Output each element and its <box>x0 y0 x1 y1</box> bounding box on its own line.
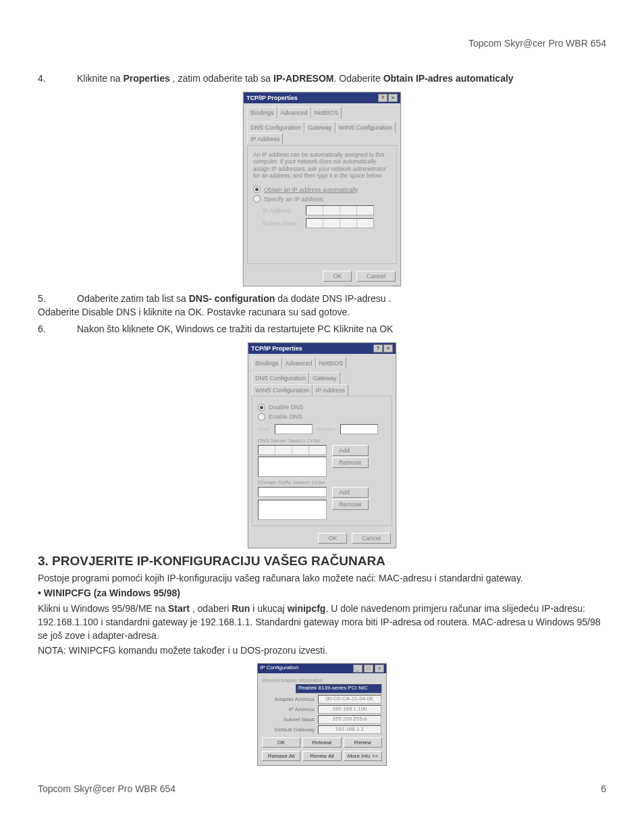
input-suffix-entry[interactable] <box>258 487 327 497</box>
titlebar: TCP/IP Properties ? × <box>244 93 400 103</box>
step-4-post: . Odaberite <box>334 73 383 84</box>
dialog-title-2: TCP/IP Properties <box>251 345 302 352</box>
label-ip: IP Address: <box>263 207 302 214</box>
value-ip-address: 192.168.1.100 <box>318 705 381 714</box>
tab-gateway[interactable]: Gateway <box>309 372 340 384</box>
help-icon[interactable]: ? <box>373 344 383 353</box>
remove-dns-button[interactable]: Remove <box>332 457 369 468</box>
section-3-bullet: • WINIPCFG (za Windows 95/98) <box>38 586 606 600</box>
p2-c: i ukucaj <box>250 603 287 614</box>
step-5-pre: Odaberite zatim tab list sa <box>77 293 189 304</box>
help-icon[interactable]: ? <box>378 94 387 102</box>
radio-disable-label: Disable DNS <box>269 404 304 411</box>
release-all-button[interactable]: Release All <box>262 751 300 761</box>
footer-product: Topcom Skyr@cer Pro WBR 654 <box>38 783 176 794</box>
label-domain: Domain: <box>317 426 337 432</box>
step-5-text: Odaberite zatim tab list sa DNS- configu… <box>77 292 606 305</box>
renew-all-button[interactable]: Renew All <box>302 751 341 761</box>
page-footer: Topcom Skyr@cer Pro WBR 654 6 <box>38 783 606 794</box>
step-5-continuation: Odaberite Disable DNS i kliknite na OK. … <box>38 305 606 319</box>
dialog-description: An IP address can be automatically assig… <box>253 151 391 179</box>
label-ip-address: IP Address <box>262 706 318 712</box>
step-4-bold-properties: Properties <box>123 73 169 84</box>
p2-b: , odaberi <box>190 603 232 614</box>
close-icon[interactable]: × <box>388 94 398 102</box>
step-6-number: 6. <box>38 322 77 336</box>
radio-specify-ip[interactable] <box>253 195 261 203</box>
product-name: Topcom Skyr@cer Pro WBR 654 <box>468 38 606 49</box>
value-default-gateway: 192.168.1.1 <box>318 725 381 734</box>
tab-advanced[interactable]: Advanced <box>277 107 311 118</box>
list-suffixes[interactable] <box>258 500 327 520</box>
input-subnet-mask[interactable] <box>306 218 374 228</box>
label-mask: Subnet Mask: <box>263 220 302 227</box>
list-dns-servers[interactable] <box>258 457 327 477</box>
cancel-button[interactable]: Cancel <box>352 533 391 544</box>
step-4-pre: Kliknite na <box>77 73 123 84</box>
p2-bold-run: Run <box>232 603 250 614</box>
input-dns-entry[interactable] <box>258 445 327 455</box>
maximize-icon[interactable]: □ <box>364 664 373 673</box>
p2-a: Klikni u Windows 95/98/ME na <box>38 603 168 614</box>
p2-bold-winipcfg: winipcfg <box>288 603 326 614</box>
section-3-title: 3. PROVJERITE IP-KONFIGURACIJU VAŠEG RAČ… <box>38 554 606 569</box>
titlebar-2: TCP/IP Properties ? × <box>248 343 396 354</box>
ipcfg-title: IP Configuration <box>260 664 298 673</box>
label-adapter-address: Adapter Address <box>262 696 318 702</box>
section-3-nota: NOTA: WINIPCFG komandu možete također i … <box>38 644 606 657</box>
renew-button[interactable]: Renew <box>344 737 382 748</box>
tcpip-dialog-dns: TCP/IP Properties ? × Bindings Advanced … <box>248 342 396 548</box>
step-5-bold-dns: DNS- configuration <box>189 293 275 304</box>
tab-wins[interactable]: WINS Configuration <box>252 384 313 396</box>
ipcfg-titlebar: IP Configuration _ □ × <box>258 664 386 673</box>
release-button[interactable]: Release <box>302 737 341 748</box>
tab-advanced[interactable]: Advanced <box>282 357 316 369</box>
dialog-tabs: Bindings Advanced NetBIOS <box>247 107 397 118</box>
minimize-icon[interactable]: _ <box>353 664 363 673</box>
tab-bindings[interactable]: Bindings <box>247 107 277 118</box>
tab-wins[interactable]: WINS Configuration <box>336 122 396 133</box>
close-icon[interactable]: × <box>375 664 384 673</box>
radio-obtain-ip[interactable] <box>253 186 261 193</box>
page-header: Topcom Skyr@cer Pro WBR 654 <box>38 38 606 49</box>
remove-suffix-button[interactable]: Remove <box>332 499 369 510</box>
step-5-number: 5. <box>38 292 77 305</box>
tab-netbios[interactable]: NetBIOS <box>316 357 347 369</box>
input-ip-address[interactable] <box>306 205 374 215</box>
section-3-p2: Klikni u Windows 95/98/ME na Start , oda… <box>38 602 606 643</box>
add-suffix-button[interactable]: Add <box>332 487 369 498</box>
label-default-gateway: Default Gateway <box>262 727 318 733</box>
tcpip-dialog-ip: TCP/IP Properties ? × Bindings Advanced … <box>243 92 401 286</box>
radio-enable-dns[interactable] <box>258 413 265 421</box>
tab-dns[interactable]: DNS Configuration <box>252 372 309 384</box>
add-dns-button[interactable]: Add <box>332 445 369 456</box>
step-4-text: Kliknite na Properties , zatim odaberite… <box>77 72 606 85</box>
tab-gateway[interactable]: Gateway <box>304 122 336 133</box>
input-domain[interactable] <box>340 424 378 434</box>
tab-netbios[interactable]: NetBIOS <box>311 107 342 118</box>
adapter-select[interactable]: Realtek 8139-series PCI NIC <box>296 684 382 694</box>
ipconfig-window: IP Configuration _ □ × Ethernet Adapter … <box>257 663 387 766</box>
close-icon[interactable]: × <box>383 344 393 353</box>
label-subnet-mask: Subnet Mask <box>262 716 318 723</box>
ok-button[interactable]: OK <box>318 533 347 544</box>
step-4-number: 4. <box>38 72 77 85</box>
value-subnet-mask: 255.255.255.0 <box>318 715 381 724</box>
tab-dns[interactable]: DNS Configuration <box>247 122 304 133</box>
footer-page-number: 6 <box>601 783 606 794</box>
tab-bindings[interactable]: Bindings <box>252 357 282 369</box>
more-info-button[interactable]: More Info >> <box>344 751 382 761</box>
radio-specify-label: Specify an IP address: <box>264 196 325 203</box>
tab-ipaddress[interactable]: IP Address <box>247 133 283 145</box>
radio-obtain-label: Obtain an IP address automatically <box>264 186 358 193</box>
radio-disable-dns[interactable] <box>258 404 265 411</box>
input-host[interactable] <box>275 424 313 434</box>
label-suffix-order: Domain Suffix Search Order <box>258 479 386 486</box>
dialog-title: TCP/IP Properties <box>246 95 298 101</box>
ok-button[interactable]: OK <box>262 737 300 748</box>
cancel-button[interactable]: Cancel <box>356 271 396 282</box>
radio-enable-label: Enable DNS <box>269 413 302 420</box>
ok-button[interactable]: OK <box>323 271 352 282</box>
step-4-bold-obtain: Obtain IP-adres automaticaly <box>383 73 514 84</box>
tab-ipaddress[interactable]: IP Address <box>313 384 348 396</box>
